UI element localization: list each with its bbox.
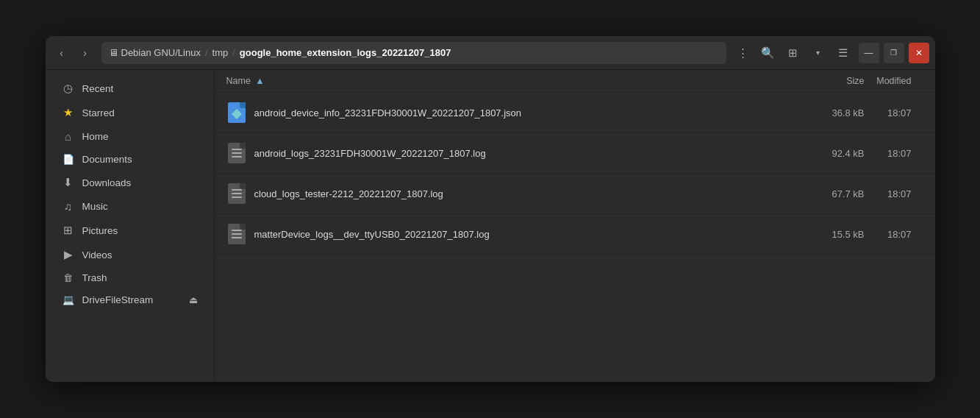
home-icon: ⌂ — [62, 130, 75, 143]
filelist-header: Name ▲ Size Modified — [215, 70, 935, 93]
file-icon-container — [226, 100, 247, 125]
breadcrumb-current: google_home_extension_logs_20221207_1807 — [240, 47, 451, 58]
main-content: ◷ Recent ★ Starred ⌂ Home 📄 Documents ⬇ … — [46, 70, 935, 382]
sidebar-label-trash: Trash — [82, 272, 107, 283]
col-header-modified[interactable]: Modified — [865, 76, 923, 86]
search-button[interactable]: 🔍 — [757, 42, 779, 64]
log-line-3 — [232, 156, 242, 157]
col-header-size[interactable]: Size — [791, 76, 865, 86]
sidebar-item-recent[interactable]: ◷ Recent — [50, 77, 210, 100]
sidebar-item-documents[interactable]: 📄 Documents — [50, 149, 210, 170]
file-modified: 18:07 — [865, 188, 923, 199]
file-size: 67.7 kB — [791, 188, 865, 199]
restore-button[interactable]: ❐ — [884, 43, 904, 63]
sidebar-item-starred[interactable]: ★ Starred — [50, 101, 210, 124]
table-row[interactable]: android_logs_23231FDH30001W_20221207_180… — [215, 133, 935, 174]
back-button[interactable]: ‹ — [51, 43, 72, 63]
sidebar-item-drivefilestream[interactable]: 💻 DriveFileStream ⏏ — [50, 289, 210, 311]
log-file-icon — [228, 143, 246, 163]
file-size: 15.5 kB — [791, 229, 865, 240]
log-line-3 — [232, 237, 242, 238]
view-chevron-button[interactable]: ▾ — [807, 42, 829, 64]
file-rows-container: android_device_info_23231FDH30001W_20221… — [215, 93, 935, 255]
json-file-icon — [228, 102, 246, 123]
file-name: matterDevice_logs__dev_ttyUSB0_20221207_… — [254, 229, 791, 240]
sidebar-item-music[interactable]: ♫ Music — [50, 195, 210, 218]
breadcrumb-os-label: Debian GNU/Linux — [121, 47, 201, 58]
starred-icon: ★ — [62, 106, 75, 119]
close-button[interactable]: ✕ — [909, 43, 929, 63]
breadcrumb-sep1: / — [205, 47, 208, 58]
breadcrumb-sep2: / — [232, 47, 235, 58]
log-line-1 — [232, 189, 242, 191]
sort-arrow-icon: ▲ — [255, 76, 264, 86]
log-line-1 — [232, 230, 242, 231]
view-list-button[interactable]: ☰ — [832, 42, 854, 64]
log-file-icon — [228, 224, 246, 244]
log-line-2 — [232, 193, 242, 194]
os-icon: 🖥 — [109, 47, 118, 58]
titlebar-actions: ⋮ 🔍 ⊞ ▾ ☰ — ❐ ✕ — [732, 42, 929, 64]
sidebar: ◷ Recent ★ Starred ⌂ Home 📄 Documents ⬇ … — [46, 70, 215, 382]
recent-icon: ◷ — [62, 82, 75, 95]
file-icon-container — [226, 222, 247, 247]
log-file-icon — [228, 183, 246, 204]
table-row[interactable]: matterDevice_logs__dev_ttyUSB0_20221207_… — [215, 214, 935, 255]
sidebar-label-starred: Starred — [82, 107, 115, 118]
sidebar-label-videos: Videos — [82, 249, 112, 261]
log-line-2 — [232, 233, 242, 235]
sidebar-item-trash[interactable]: 🗑 Trash — [50, 267, 210, 288]
log-line-1 — [232, 149, 242, 150]
drivefilestream-icon: 💻 — [62, 294, 75, 305]
eject-icon[interactable]: ⏏ — [189, 294, 198, 305]
videos-icon: ▶ — [62, 248, 75, 261]
breadcrumb[interactable]: 🖥 Debian GNU/Linux / tmp / google_home_e… — [101, 42, 726, 64]
breadcrumb-os: 🖥 Debian GNU/Linux — [109, 47, 201, 58]
forward-button[interactable]: › — [75, 43, 96, 63]
table-row[interactable]: cloud_logs_tester-2212_20221207_1807.log… — [215, 174, 935, 214]
sidebar-item-downloads[interactable]: ⬇ Downloads — [50, 171, 210, 194]
file-modified: 18:07 — [865, 229, 923, 240]
file-icon-container — [226, 181, 247, 206]
file-name: android_device_info_23231FDH30001W_20221… — [254, 107, 791, 118]
breadcrumb-dir1[interactable]: tmp — [212, 47, 229, 58]
sidebar-label-recent: Recent — [82, 83, 114, 94]
log-line-2 — [232, 152, 242, 154]
nav-buttons: ‹ › — [51, 43, 96, 63]
file-name: android_logs_23231FDH30001W_20221207_180… — [254, 148, 791, 159]
sidebar-label-documents: Documents — [82, 154, 132, 165]
sidebar-item-home[interactable]: ⌂ Home — [50, 125, 210, 148]
sidebar-label-pictures: Pictures — [82, 225, 118, 236]
sidebar-label-downloads: Downloads — [82, 177, 132, 188]
file-size: 36.8 kB — [791, 107, 865, 118]
minimize-button[interactable]: — — [859, 43, 879, 63]
sidebar-label-drivefilestream: DriveFileStream — [82, 294, 154, 305]
sidebar-item-pictures[interactable]: ⊞ Pictures — [50, 219, 210, 242]
file-size: 92.4 kB — [791, 148, 865, 159]
music-icon: ♫ — [62, 200, 75, 213]
pictures-icon: ⊞ — [62, 224, 75, 237]
view-grid-button[interactable]: ⊞ — [782, 42, 804, 64]
log-line-3 — [232, 196, 242, 198]
sidebar-label-music: Music — [82, 201, 108, 212]
file-icon-container — [226, 141, 247, 166]
file-manager-window: ‹ › 🖥 Debian GNU/Linux / tmp / google_ho… — [46, 36, 935, 382]
file-modified: 18:07 — [865, 107, 923, 118]
titlebar: ‹ › 🖥 Debian GNU/Linux / tmp / google_ho… — [46, 36, 935, 70]
file-list: Name ▲ Size Modified android_device_info… — [215, 70, 935, 382]
trash-icon: 🗑 — [62, 272, 75, 283]
more-button[interactable]: ⋮ — [732, 42, 754, 64]
downloads-icon: ⬇ — [62, 176, 75, 189]
json-icon-diamond — [231, 109, 241, 119]
sidebar-item-videos[interactable]: ▶ Videos — [50, 243, 210, 266]
sidebar-label-home: Home — [82, 131, 109, 142]
file-name: cloud_logs_tester-2212_20221207_1807.log — [254, 188, 791, 199]
table-row[interactable]: android_device_info_23231FDH30001W_20221… — [215, 93, 935, 133]
col-header-name[interactable]: Name ▲ — [226, 76, 791, 86]
documents-icon: 📄 — [62, 154, 75, 165]
file-modified: 18:07 — [865, 148, 923, 159]
